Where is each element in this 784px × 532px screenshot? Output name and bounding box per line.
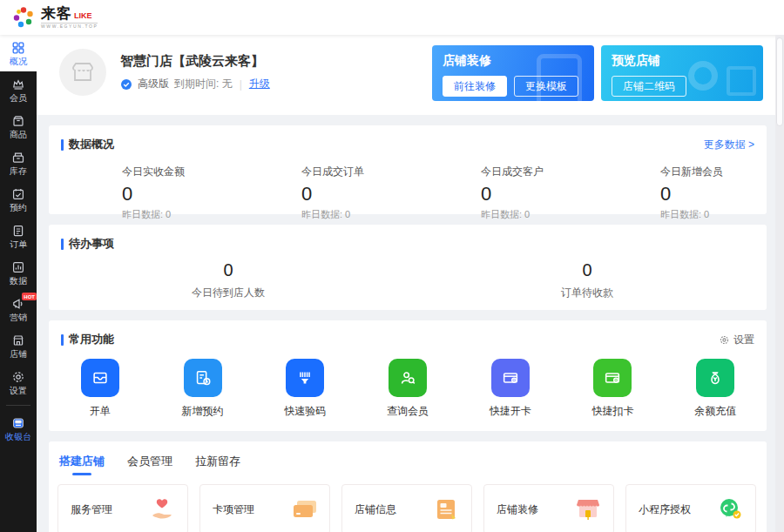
sidebar-item-orders[interactable]: 订单 [0,218,37,254]
card-items-icon [289,496,319,522]
cashier-icon [11,416,25,430]
sidebar-item-booking[interactable]: 预约 [0,181,37,218]
data-overview-card: 数据概况 更多数据 > 今日实收金额 0 昨日数据: 0 今日成交订单 0 昨日… [49,125,767,214]
build-card-miniprogram-auth[interactable]: 小程序授权 [625,484,756,532]
storefront-icon [70,59,96,85]
quick-action-billing[interactable]: 开单 [49,359,152,419]
todo-pending-payment: 0 订单待收款 [408,260,767,300]
scrollbar-track[interactable] [775,35,784,532]
store-avatar [59,49,106,96]
upgrade-link[interactable]: 升级 [249,77,270,91]
store-info: 智慧门店【武陵云来客】 高级版 到期时间: 无 | 升级 [59,49,270,96]
stat-today-customers: 今日成交客户 0 昨日数据: 0 [408,165,587,221]
deduct-card-icon [603,368,622,387]
section-bar [61,139,64,151]
hot-badge: HOT [22,293,37,300]
shop-qrcode-button[interactable]: 店铺二维码 [612,76,686,97]
quick-action-search-member[interactable]: 查询会员 [356,359,459,419]
sidebar-item-data[interactable]: 数据 [0,254,37,291]
tab-acquisition-retention[interactable]: 拉新留存 [195,454,240,477]
service-heart-icon [147,496,177,522]
booking-icon [11,187,25,201]
inventory-icon [11,151,25,165]
quick-action-add-booking[interactable]: 新增预约 [152,359,254,419]
miniprogram-auth-icon [715,496,745,522]
build-card-service[interactable]: 服务管理 [57,484,188,532]
logo-tag: LIKE [74,12,92,21]
overview-title: 数据概况 [69,137,114,152]
todo-arrivals: 0 今日待到店人数 [49,260,408,300]
promo-preview-title: 预览店铺 [612,53,753,69]
shop-info-icon [431,496,461,522]
app-logo: 来客 LIKE WWW.EGYUN.TOP [10,4,98,30]
sidebar-item-cashier[interactable]: 收银台 [0,410,37,447]
scrollbar-thumb[interactable] [776,37,783,126]
order-icon [11,224,25,238]
build-card-shop-info[interactable]: 店铺信息 [341,484,472,532]
sidebar-item-overview[interactable]: 概况 [0,35,37,71]
tab-member-management[interactable]: 会员管理 [127,454,172,477]
quick-actions-card: 常用功能 设置 开单 新增预约 [49,320,767,431]
store-header-band: 智慧门店【武陵云来客】 高级版 到期时间: 无 | 升级 店铺装修 前往装修 更… [37,35,775,115]
quick-action-open-card[interactable]: 快捷开卡 [459,359,562,419]
sidebar-nav: 概况 会员 商品 库存 预约 订单 数据 HOT 营销 [0,35,37,532]
logo-pinwheel-icon [10,4,37,30]
settings-gear-icon [11,370,25,384]
logo-name: 来客 [41,6,72,21]
section-bar [61,334,64,346]
build-card-card-items[interactable]: 卡项管理 [199,484,330,532]
quick-action-recharge[interactable]: 余额充值 [664,359,767,419]
quick-action-deduct-card[interactable]: 快捷扣卡 [562,359,665,419]
billing-icon [91,368,110,387]
sidebar-item-marketing[interactable]: HOT 营销 [0,291,37,327]
promo-card-preview: 预览店铺 店铺二维码 [601,45,763,101]
stat-new-members: 今日新增会员 0 昨日数据: 0 [587,165,767,221]
sidebar-item-goods[interactable]: 商品 [0,108,37,145]
quick-title: 常用功能 [69,332,114,347]
goods-icon [11,114,25,128]
store-name: 智慧门店【武陵云来客】 [120,53,270,70]
todo-title: 待办事项 [69,236,114,252]
sidebar-item-settings[interactable]: 设置 [0,364,37,401]
stat-today-revenue: 今日实收金额 0 昨日数据: 0 [49,165,228,221]
meta-divider: | [240,78,242,91]
promo-card-decorate: 店铺装修 前往装修 更换模板 [432,45,594,101]
build-section-card: 搭建店铺 会员管理 拉新留存 服务管理 卡项管理 店铺信息 店铺装修 小程序授 [49,441,767,532]
search-member-icon [398,368,417,387]
store-expire-label: 到期时间: 无 [174,77,233,91]
stat-today-orders: 今日成交订单 0 昨日数据: 0 [228,165,408,221]
shop-decorate-icon [573,496,603,522]
data-icon [11,260,25,274]
store-plan-label: 高级版 [138,77,169,91]
section-bar [61,239,64,250]
build-card-shop-decorate[interactable]: 店铺装修 [483,484,614,532]
change-template-button[interactable]: 更换模板 [514,76,578,97]
sidebar-item-shop[interactable]: 店铺 [0,327,37,364]
quick-settings-button[interactable]: 设置 [719,333,754,347]
promo-decorate-title: 店铺装修 [443,53,584,69]
shop-icon [11,333,25,347]
scan-code-icon [295,368,314,387]
quick-action-scan-code[interactable]: 快速验码 [253,359,356,419]
add-booking-icon [193,368,213,387]
sidebar-item-inventory[interactable]: 库存 [0,145,37,181]
sidebar-item-members[interactable]: 会员 [0,71,37,108]
todo-card: 待办事项 0 今日待到店人数 0 订单待收款 [49,225,767,310]
member-icon [11,77,25,91]
logo-site-url: WWW.EGYUN.TOP [41,23,98,29]
verified-badge-icon [120,78,132,91]
main-content: 智慧门店【武陵云来客】 高级版 到期时间: 无 | 升级 店铺装修 前往装修 更… [37,35,784,532]
more-data-link[interactable]: 更多数据 > [704,138,754,152]
recharge-icon [706,368,725,387]
open-card-icon [501,368,520,387]
tab-build-shop[interactable]: 搭建店铺 [59,454,105,477]
top-header: 来客 LIKE WWW.EGYUN.TOP [0,0,784,35]
grid-icon [11,41,25,55]
sidebar-divider [6,405,30,406]
go-decorate-button[interactable]: 前往装修 [443,76,507,97]
gear-icon [719,334,730,346]
